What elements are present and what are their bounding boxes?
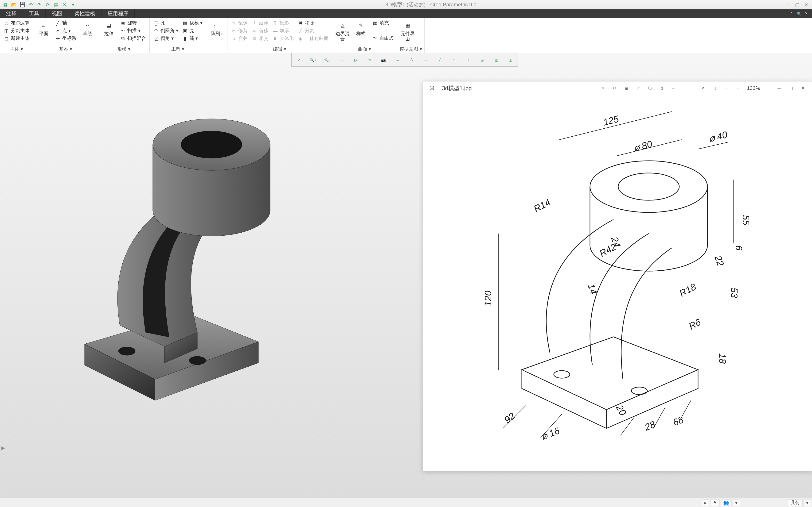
btn-mirror[interactable]: ⎌镜像 xyxy=(230,19,249,26)
btn-axis[interactable]: ╱轴 xyxy=(54,19,77,26)
btn-unify-surf[interactable]: ◈一体化曲面 xyxy=(297,35,329,42)
btn-solidify[interactable]: ■实体化 xyxy=(271,35,295,42)
btn-split[interactable]: ╱分割 xyxy=(297,27,329,34)
btn-hole[interactable]: ◯孔 xyxy=(152,19,179,26)
status-btn-2[interactable]: ⚑ xyxy=(710,500,720,506)
tbtn-shade-icon[interactable]: ◐ xyxy=(350,55,360,65)
ribbon-search-icon[interactable]: 🔍 xyxy=(797,11,801,16)
trim-icon: ✂ xyxy=(231,28,237,34)
btn-thicken[interactable]: ▬加厚 xyxy=(271,27,295,34)
btn-extend[interactable]: ⤴延伸 xyxy=(250,19,269,26)
viewer-zoom-in-icon[interactable]: + xyxy=(734,84,742,93)
status-btn-1[interactable]: ▸ xyxy=(702,500,709,506)
model-tree-toggle[interactable]: ▶ xyxy=(1,445,5,451)
qat-redo-icon[interactable]: ↷ xyxy=(36,2,42,8)
window-minimize-icon[interactable]: — xyxy=(786,2,791,7)
qat-regen-icon[interactable]: ⟳ xyxy=(45,2,51,8)
tab-tools[interactable]: 工具 xyxy=(23,9,46,18)
viewer-more-icon[interactable]: ⋯ xyxy=(669,84,678,93)
tbtn-spin-icon[interactable]: ◎ xyxy=(477,55,487,65)
svg-text:92: 92 xyxy=(502,410,517,425)
viewer-open-with-icon[interactable]: ↗ xyxy=(699,84,707,93)
viewer-slideshow-icon[interactable]: ▢ xyxy=(710,84,719,93)
btn-project[interactable]: ↧投影 xyxy=(271,19,295,26)
tbtn-repaint-icon[interactable]: ⟲ xyxy=(364,55,374,65)
btn-csys[interactable]: ✛坐标系 xyxy=(54,35,77,42)
btn-shell[interactable]: ▣壳 xyxy=(181,27,204,34)
thicken-icon: ▬ xyxy=(272,28,278,34)
viewer-canvas[interactable]: 125 ⌀ 80 ⌀ 40 R14 24 R42 14 120 55 6 22 … xyxy=(423,95,812,471)
btn-plane[interactable]: ▱平面 xyxy=(36,19,52,37)
tbtn-datum-axis-icon[interactable]: ╱ xyxy=(435,55,445,65)
tab-applications[interactable]: 应用程序 xyxy=(101,9,135,18)
tab-flexible[interactable]: 柔性建模 xyxy=(68,9,101,18)
tbtn-zoom-out-icon[interactable]: 🔍- xyxy=(322,55,332,65)
tbtn-refit-icon[interactable]: ⤢ xyxy=(294,55,304,65)
split-icon: ╱ xyxy=(297,28,304,34)
tbtn-datum-point-icon[interactable]: • xyxy=(449,55,459,65)
tbtn-layers-icon[interactable]: ≣ xyxy=(393,55,402,65)
viewer-delete-icon[interactable]: 🗑 xyxy=(622,84,631,93)
tbtn-annot-icon[interactable]: A xyxy=(407,55,417,65)
btn-style[interactable]: ✎样式 xyxy=(353,19,369,37)
window-maximize-icon[interactable]: ▢ xyxy=(795,2,800,7)
qat-windows-icon[interactable]: ▤ xyxy=(53,2,59,8)
btn-revolve[interactable]: ◉旋转 xyxy=(119,19,147,26)
btn-split-body[interactable]: ◫分割主体 xyxy=(2,27,31,34)
tbtn-zoom-in-icon[interactable]: 🔍+ xyxy=(308,55,318,65)
viewer-share-icon[interactable]: ⎙ xyxy=(658,84,666,93)
tab-annotate[interactable]: 注释 xyxy=(0,9,23,18)
viewer-info-icon[interactable]: ⓘ xyxy=(646,84,654,93)
qat-dropdown-icon[interactable]: ▾ xyxy=(70,2,76,8)
btn-pattern[interactable]: ⋮⋮阵列 xyxy=(208,19,225,37)
tbtn-persp-icon[interactable]: ◫ xyxy=(505,55,515,65)
btn-boundary-blend[interactable]: ◬边界混合 xyxy=(334,19,351,42)
revolve-icon: ◉ xyxy=(120,20,126,26)
viewer-zoom-level: 133% xyxy=(746,85,761,91)
btn-extrude[interactable]: ⬓拉伸 xyxy=(101,19,117,37)
tbtn-clip-icon[interactable]: ▥ xyxy=(491,55,501,65)
btn-intersect[interactable]: ⊗相交 xyxy=(250,35,269,42)
tab-view[interactable]: 视图 xyxy=(46,9,68,18)
btn-component-interface[interactable]: ▦元件界面 xyxy=(399,19,416,42)
status-filter[interactable]: 几何 xyxy=(788,500,803,506)
qat-save-icon[interactable]: 💾 xyxy=(19,2,26,8)
viewer-zoom-out-icon[interactable]: − xyxy=(722,84,730,93)
tbtn-zoom-area-icon[interactable]: ▭ xyxy=(336,55,346,65)
btn-sketch[interactable]: 〰草绘 xyxy=(79,19,96,37)
viewer-minimize-icon[interactable]: — xyxy=(775,84,783,93)
qat-open-icon[interactable]: 📂 xyxy=(11,2,17,8)
ribbon-collapse-icon[interactable]: ⌃ xyxy=(790,11,793,16)
status-dd[interactable]: ▾ xyxy=(804,500,811,506)
tbtn-datum-csys-icon[interactable]: ✛ xyxy=(463,55,473,65)
viewer-close-icon[interactable]: ✕ xyxy=(799,84,807,93)
btn-merge[interactable]: ⊎合并 xyxy=(230,35,249,42)
btn-boolean[interactable]: ◎布尔运算 xyxy=(2,19,31,26)
tbtn-saved-views-icon[interactable]: 📷 xyxy=(378,55,388,65)
btn-new-body[interactable]: ◻新建主体 xyxy=(2,35,31,42)
qat-close-icon[interactable]: ✕ xyxy=(61,2,68,8)
btn-remove[interactable]: ✖移除 xyxy=(297,19,329,26)
status-btn-3[interactable]: 👥 xyxy=(721,500,732,506)
btn-swept-blend[interactable]: ⧉扫描混合 xyxy=(119,35,147,42)
viewer-edit-icon[interactable]: ✎ xyxy=(599,84,607,93)
viewer-favorite-icon[interactable]: ♡ xyxy=(634,84,643,93)
viewer-maximize-icon[interactable]: ▢ xyxy=(787,84,795,93)
btn-trim[interactable]: ✂修剪 xyxy=(230,27,249,34)
viewer-rotate-icon[interactable]: ⟳ xyxy=(611,84,619,93)
btn-sweep[interactable]: ⤳扫描 ▾ xyxy=(119,27,147,34)
btn-draft[interactable]: ▧拔模 ▾ xyxy=(181,19,204,26)
btn-offset[interactable]: ≋偏移 xyxy=(250,27,269,34)
qat-undo-icon[interactable]: ↶ xyxy=(28,2,34,8)
btn-freeform[interactable]: 〜自由式 xyxy=(371,35,395,42)
qat-new-icon[interactable]: ▦ xyxy=(2,2,8,8)
btn-point[interactable]: ✶点 ▾ xyxy=(54,27,77,34)
ribbon-help-icon[interactable]: ? xyxy=(805,11,807,16)
btn-fill[interactable]: ▦填充 xyxy=(371,19,395,26)
btn-rib[interactable]: ▮筋 ▾ xyxy=(181,35,204,42)
tbtn-datum-plane-icon[interactable]: ▱ xyxy=(421,55,431,65)
btn-round[interactable]: ◠倒圆角 ▾ xyxy=(152,27,179,34)
status-btn-4[interactable]: ▾ xyxy=(732,500,740,506)
window-close-icon[interactable]: ✕ xyxy=(804,2,808,7)
btn-chamfer[interactable]: ◿倒角 ▾ xyxy=(152,35,179,42)
